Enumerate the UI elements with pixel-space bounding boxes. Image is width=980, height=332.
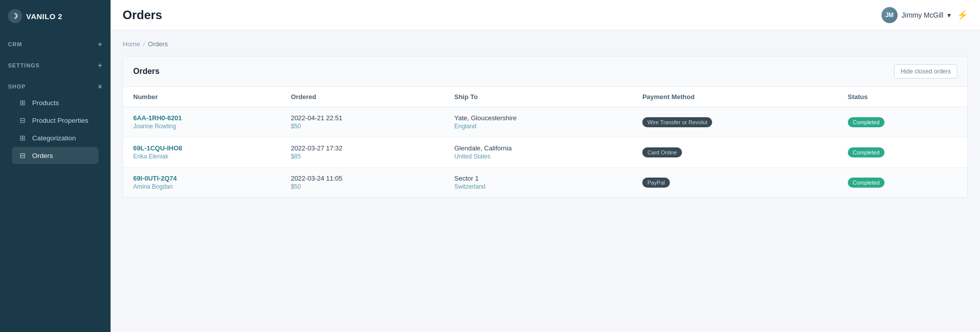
payment-badge-0: Wire Transfer or Revolut — [642, 117, 712, 127]
payment-badge-2: PayPal — [642, 178, 670, 188]
order-number-link-1[interactable]: 69L-1CQU-IHO8 — [133, 144, 271, 152]
ship-country-2: Switzerland — [454, 183, 622, 190]
user-name: Jimmy McGill — [902, 11, 943, 19]
sidebar-section-shop: SHOP × ⊞ Products ⊟ Product Properties ⊞… — [0, 74, 111, 167]
col-status: Status — [838, 87, 967, 107]
order-date-0: 2022-04-21 22:51 — [291, 114, 434, 122]
status-badge-1: Completed — [848, 147, 885, 157]
content-area: Home / Orders Orders Hide closed orders … — [111, 30, 980, 332]
sidebar-item-orders[interactable]: ⊟ Orders — [12, 147, 99, 164]
col-ordered: Ordered — [281, 87, 444, 107]
table-header-row: Number Ordered Ship To Payment Method St… — [123, 87, 967, 107]
order-customer-2: Amina Bogdan — [133, 183, 271, 190]
user-menu[interactable]: JM Jimmy McGill ▾ — [881, 7, 951, 23]
sidebar-item-product-properties[interactable]: ⊟ Product Properties — [12, 112, 99, 129]
user-avatar: JM — [881, 7, 898, 23]
orders-label: Orders — [32, 152, 53, 159]
table-header: Number Ordered Ship To Payment Method St… — [123, 87, 967, 107]
product-properties-icon: ⊟ — [18, 116, 27, 124]
ship-country-1: United States — [454, 153, 622, 160]
table-row[interactable]: 69I-0UTI-2Q74 Amina Bogdan 2022-03-24 11… — [123, 168, 967, 198]
page-title: Orders — [123, 8, 162, 22]
cell-payment-2: PayPal — [632, 168, 838, 198]
col-payment-method: Payment Method — [632, 87, 838, 107]
breadcrumb: Home / Orders — [123, 40, 968, 48]
lightning-icon[interactable]: ⚡ — [957, 10, 968, 21]
main-content: Orders JM Jimmy McGill ▾ ⚡ Home / Orders… — [111, 0, 980, 332]
breadcrumb-current: Orders — [148, 40, 168, 48]
products-label: Products — [32, 99, 59, 107]
table-row[interactable]: 69L-1CQU-IHO8 Erika Eleniak 2022-03-27 1… — [123, 137, 967, 168]
app-logo[interactable]: ☽ VANILO 2 — [0, 0, 111, 32]
cell-ordered-0: 2022-04-21 22:51 $50 — [281, 107, 444, 137]
col-number: Number — [123, 87, 281, 107]
products-icon: ⊞ — [18, 99, 27, 107]
breadcrumb-separator: / — [143, 40, 145, 48]
categorization-icon: ⊞ — [18, 134, 27, 142]
cell-number-0: 6AA-1RH0-6201 Joanne Rowling — [123, 107, 281, 137]
sidebar-section-settings-header[interactable]: SETTINGS + — [8, 58, 103, 72]
shop-toggle-icon: × — [98, 82, 103, 91]
cell-ship-to-0: Yate, Gloucestershire England — [444, 107, 632, 137]
card-header: Orders Hide closed orders — [123, 56, 967, 87]
col-ship-to: Ship To — [444, 87, 632, 107]
cell-number-1: 69L-1CQU-IHO8 Erika Eleniak — [123, 137, 281, 168]
order-amount-1: $85 — [291, 153, 434, 160]
order-amount-0: $50 — [291, 123, 434, 130]
table-body: 6AA-1RH0-6201 Joanne Rowling 2022-04-21 … — [123, 107, 967, 198]
sidebar-section-crm-header[interactable]: CRM + — [8, 37, 103, 51]
cell-payment-1: Card Online — [632, 137, 838, 168]
orders-icon: ⊟ — [18, 151, 27, 159]
product-properties-label: Product Properties — [32, 117, 88, 124]
cell-ordered-2: 2022-03-24 11:05 $50 — [281, 168, 444, 198]
payment-badge-1: Card Online — [642, 147, 682, 157]
sidebar-section-crm: CRM + — [0, 32, 111, 53]
cell-number-2: 69I-0UTI-2Q74 Amina Bogdan — [123, 168, 281, 198]
user-chevron-icon: ▾ — [947, 11, 951, 19]
topbar: Orders JM Jimmy McGill ▾ ⚡ — [111, 0, 980, 30]
status-badge-2: Completed — [848, 178, 885, 188]
status-badge-0: Completed — [848, 117, 885, 127]
ship-city-0: Yate, Gloucestershire — [454, 114, 622, 122]
breadcrumb-home[interactable]: Home — [123, 40, 140, 48]
order-number-link-0[interactable]: 6AA-1RH0-6201 — [133, 114, 271, 122]
cell-payment-0: Wire Transfer or Revolut — [632, 107, 838, 137]
cell-status-1: Completed — [838, 137, 967, 168]
cell-ordered-1: 2022-03-27 17:32 $85 — [281, 137, 444, 168]
app-name: VANILO 2 — [26, 12, 62, 21]
hide-closed-orders-button[interactable]: Hide closed orders — [894, 64, 957, 78]
order-amount-2: $50 — [291, 183, 434, 190]
order-customer-1: Erika Eleniak — [133, 153, 271, 160]
sidebar-item-products[interactable]: ⊞ Products — [12, 94, 99, 111]
orders-table: Number Ordered Ship To Payment Method St… — [123, 87, 967, 197]
logo-icon: ☽ — [8, 9, 22, 23]
topbar-right: JM Jimmy McGill ▾ ⚡ — [881, 7, 968, 23]
ship-city-2: Sector 1 — [454, 175, 622, 182]
cell-status-2: Completed — [838, 168, 967, 198]
order-date-2: 2022-03-24 11:05 — [291, 175, 434, 182]
categorization-label: Categorization — [32, 134, 76, 142]
sidebar-item-categorization[interactable]: ⊞ Categorization — [12, 129, 99, 146]
order-number-link-2[interactable]: 69I-0UTI-2Q74 — [133, 175, 271, 182]
sidebar: ☽ VANILO 2 CRM + SETTINGS + SHOP × ⊞ Pro… — [0, 0, 111, 332]
order-customer-0: Joanne Rowling — [133, 123, 271, 130]
orders-card: Orders Hide closed orders Number Ordered… — [123, 56, 968, 198]
ship-city-1: Glendale, California — [454, 144, 622, 152]
table-row[interactable]: 6AA-1RH0-6201 Joanne Rowling 2022-04-21 … — [123, 107, 967, 137]
cell-status-0: Completed — [838, 107, 967, 137]
ship-country-0: England — [454, 123, 622, 130]
sidebar-section-settings: SETTINGS + — [0, 53, 111, 74]
shop-items: ⊞ Products ⊟ Product Properties ⊞ Catego… — [8, 94, 103, 164]
cell-ship-to-2: Sector 1 Switzerland — [444, 168, 632, 198]
settings-toggle-icon: + — [98, 61, 103, 69]
sidebar-section-shop-header[interactable]: SHOP × — [8, 79, 103, 94]
order-date-1: 2022-03-27 17:32 — [291, 144, 434, 152]
crm-toggle-icon: + — [98, 40, 103, 48]
cell-ship-to-1: Glendale, California United States — [444, 137, 632, 168]
card-title: Orders — [133, 67, 159, 76]
